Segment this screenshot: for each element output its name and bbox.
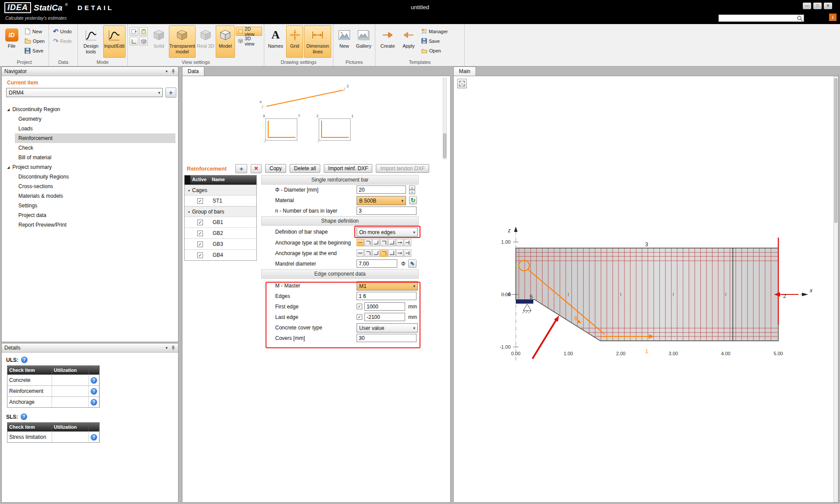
group-row-bars[interactable]: ▴Group of bars bbox=[185, 206, 256, 217]
anchorage-hook-down-button[interactable] bbox=[364, 249, 372, 257]
row-name[interactable]: GB4 bbox=[210, 249, 256, 260]
row-name[interactable]: GB2 bbox=[210, 228, 256, 238]
chevron-down-icon[interactable]: ▾ bbox=[165, 69, 168, 74]
paste-picture-button[interactable] bbox=[139, 27, 148, 36]
model-button[interactable]: Model bbox=[216, 25, 235, 58]
current-item-select[interactable]: DRM4 ▾ bbox=[6, 88, 163, 97]
open-button[interactable]: Open bbox=[22, 36, 47, 46]
info-button[interactable]: i bbox=[829, 14, 836, 21]
scrollbar-thumb[interactable] bbox=[443, 133, 446, 158]
nav-item-discontinuity-region[interactable]: ◢Discontinuity Region bbox=[2, 105, 178, 114]
edit-mandrel-button[interactable]: ✎ bbox=[408, 259, 416, 268]
main-scrollbar[interactable] bbox=[833, 76, 838, 502]
nav-item-project-data[interactable]: Project data bbox=[2, 210, 178, 220]
picture-new-button[interactable]: New bbox=[335, 25, 354, 58]
spin-down-icon[interactable]: ▼ bbox=[409, 190, 415, 194]
last-edge-checkbox[interactable]: ✓ bbox=[357, 314, 362, 320]
chevron-down-icon[interactable]: ▾ bbox=[165, 346, 168, 350]
row-name[interactable]: GB3 bbox=[210, 238, 256, 249]
anchorage-hook-down-button[interactable] bbox=[364, 239, 372, 246]
pin-icon[interactable] bbox=[171, 69, 175, 74]
real-3d-button[interactable]: Real 3D bbox=[196, 25, 215, 58]
iso-view-button[interactable] bbox=[139, 37, 148, 46]
help-icon[interactable]: ? bbox=[91, 399, 97, 406]
nav-item-project-summary[interactable]: ◢Project summary bbox=[2, 162, 178, 172]
active-checkbox[interactable]: ✓ bbox=[197, 231, 203, 236]
tab-data[interactable]: Data bbox=[182, 66, 204, 76]
new-button[interactable]: New bbox=[22, 27, 47, 36]
solid-button[interactable]: Solid bbox=[150, 25, 168, 58]
help-icon[interactable]: ? bbox=[21, 413, 27, 420]
coordinate-axes-button[interactable] bbox=[130, 37, 138, 46]
group-row-cages[interactable]: ▴Cages bbox=[185, 185, 256, 195]
nav-item-settings[interactable]: Settings bbox=[2, 201, 178, 210]
anchorage-hook-up-button[interactable] bbox=[372, 239, 380, 246]
save-button[interactable]: Save bbox=[22, 46, 47, 55]
nav-item-loads[interactable]: Loads bbox=[2, 124, 178, 133]
template-create-button[interactable]: Create bbox=[377, 25, 398, 58]
close-button[interactable]: ✕ bbox=[824, 3, 832, 9]
anchorage-straight-button[interactable] bbox=[357, 239, 364, 246]
spin-up-icon[interactable]: ▲ bbox=[409, 186, 415, 190]
nav-item-materials-models[interactable]: Materials & models bbox=[2, 191, 178, 201]
help-icon[interactable]: ? bbox=[91, 377, 97, 384]
input-edit-button[interactable]: Input/Edit bbox=[103, 25, 126, 58]
nav-item-bill-of-material[interactable]: Bill of material bbox=[2, 153, 178, 162]
anchorage-hook-up-button[interactable] bbox=[372, 249, 380, 257]
redo-button[interactable]: ↷ Redo bbox=[51, 36, 74, 46]
grid-button[interactable]: Grid bbox=[286, 25, 304, 58]
dimension-lines-button[interactable]: Dimension lines bbox=[304, 25, 331, 58]
view-2d-button[interactable]: 2D view bbox=[236, 27, 262, 36]
template-open-button[interactable]: Open bbox=[419, 46, 450, 55]
active-checkbox[interactable]: ✓ bbox=[197, 242, 203, 247]
names-button[interactable]: A Names bbox=[266, 25, 285, 58]
design-tools-button[interactable]: Design tools bbox=[80, 25, 102, 58]
undo-button[interactable]: ↶ Undo bbox=[51, 27, 74, 36]
active-checkbox[interactable]: ✓ bbox=[197, 198, 203, 204]
cover-type-select[interactable]: User value ▾ bbox=[357, 323, 418, 332]
anchorage-plate-button[interactable] bbox=[404, 239, 411, 246]
active-checkbox[interactable]: ✓ bbox=[197, 252, 203, 258]
search-box[interactable] bbox=[718, 14, 804, 22]
template-manager-button[interactable]: Manager bbox=[419, 27, 450, 36]
minimize-button[interactable]: — bbox=[803, 3, 811, 9]
first-edge-checkbox[interactable]: ✓ bbox=[357, 304, 362, 309]
transparent-model-button[interactable]: Transparent model bbox=[169, 25, 196, 58]
template-save-button[interactable]: Save bbox=[419, 36, 450, 46]
help-icon[interactable]: ? bbox=[91, 434, 97, 441]
copy-picture-button[interactable] bbox=[130, 27, 138, 36]
file-button[interactable]: ID File bbox=[2, 25, 21, 58]
bar-shape-select[interactable]: On more edges ▾ bbox=[357, 228, 418, 237]
first-edge-input[interactable] bbox=[364, 302, 405, 311]
scrollbar-thumb[interactable] bbox=[834, 78, 837, 223]
nav-item-cross-sections[interactable]: Cross-sections bbox=[2, 182, 178, 191]
anchorage-arrow-button[interactable] bbox=[396, 239, 403, 246]
structure-drawing[interactable]: z x 1.00 0.00 -1.00 0.00 1.00 2.00 3.00 … bbox=[454, 76, 833, 501]
edges-input[interactable] bbox=[357, 292, 416, 300]
anchorage-bend-down-button[interactable] bbox=[380, 239, 388, 246]
nav-item-report-preview-print[interactable]: Report Preview/Print bbox=[2, 220, 178, 230]
delete-reinforcement-button[interactable]: ✕ bbox=[251, 164, 262, 173]
material-refresh-button[interactable]: ↻ bbox=[409, 196, 417, 204]
view-3d-button[interactable]: 3D view bbox=[236, 36, 262, 46]
anchorage-bend-down-button[interactable] bbox=[380, 249, 388, 257]
copy-button[interactable]: Copy bbox=[265, 164, 286, 173]
preview-scrollbar[interactable] bbox=[443, 78, 447, 159]
import-tendon-dxf-button[interactable]: Import tendon DXF bbox=[376, 164, 429, 173]
bars-in-layer-input[interactable] bbox=[357, 206, 416, 215]
anchorage-arrow-button[interactable] bbox=[396, 249, 403, 257]
tab-main[interactable]: Main bbox=[453, 66, 476, 76]
row-name[interactable]: ST1 bbox=[210, 195, 256, 206]
nav-item-check[interactable]: Check bbox=[2, 143, 178, 153]
fit-view-button[interactable] bbox=[457, 79, 467, 88]
concrete-member[interactable] bbox=[516, 248, 778, 341]
diameter-spinner[interactable]: ▲ ▼ bbox=[409, 186, 415, 194]
active-checkbox[interactable]: ✓ bbox=[197, 220, 203, 225]
maximize-button[interactable]: □ bbox=[813, 3, 822, 9]
expander-icon[interactable]: ◢ bbox=[7, 108, 10, 112]
mandrel-diameter-input[interactable] bbox=[357, 259, 397, 268]
master-select[interactable]: M1 ▾ bbox=[357, 281, 418, 290]
nav-item-geometry[interactable]: Geometry bbox=[2, 114, 178, 124]
material-select[interactable]: B 500B ▾ bbox=[357, 196, 406, 205]
diameter-input[interactable] bbox=[357, 186, 406, 194]
